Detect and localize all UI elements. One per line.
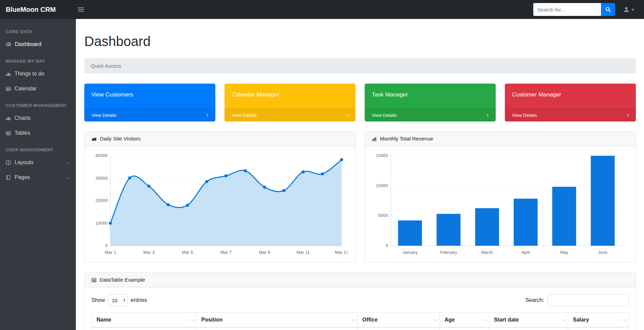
sidebar-item-label: Dashboard	[15, 41, 41, 47]
sidebar-item-label: Layouts	[15, 159, 34, 166]
sidebar-item-label: Pages	[15, 174, 30, 180]
quick-card-customer-manager: Customer Manager View Details ›	[505, 84, 636, 122]
sidebar-item-label: Tables	[15, 130, 30, 136]
svg-text:Mar 3: Mar 3	[143, 250, 154, 255]
search-button[interactable]	[601, 3, 615, 16]
entries-label: entries	[131, 297, 147, 303]
sidebar-item-tables[interactable]: Tables	[0, 126, 76, 140]
column-header-salary[interactable]: Salary↑↓	[568, 313, 628, 328]
sidebar-toggle-button[interactable]	[76, 5, 86, 14]
chevron-right-icon: ›	[347, 112, 348, 118]
search-input[interactable]	[533, 3, 601, 16]
sort-icon: ↑↓	[562, 317, 565, 323]
sidebar-item-calendar[interactable]: Calendar	[0, 81, 76, 96]
sidebar-item-charts[interactable]: Charts	[0, 111, 76, 126]
search-label: Search:	[525, 297, 544, 303]
breadcrumb-item: Quick Access	[91, 63, 121, 69]
column-header-position[interactable]: Position↑↓	[196, 313, 358, 328]
card-header: Monthly Total Revenue	[365, 132, 636, 146]
book-icon	[6, 175, 11, 180]
sidebar-item-things-to-do[interactable]: Things to do	[0, 66, 76, 81]
svg-text:5000: 5000	[378, 213, 388, 218]
svg-text:Mar 7: Mar 7	[220, 250, 232, 255]
datatable-body: Show 10 ▴▾ entries Search:	[85, 287, 636, 330]
svg-text:10000: 10000	[95, 221, 108, 226]
svg-text:0: 0	[105, 243, 108, 248]
svg-text:January: January	[403, 250, 418, 255]
charts-row: Daily Site Visitors 01000020000300004000…	[84, 131, 636, 262]
area-chart-icon	[91, 136, 97, 141]
quick-cards-row: View Customers View Details › Calendar M…	[84, 84, 636, 122]
brand-link[interactable]: BlueMoon CRM	[6, 6, 76, 14]
svg-text:10000: 10000	[376, 183, 388, 188]
search-icon	[605, 7, 611, 12]
bars-icon	[78, 7, 84, 12]
table-search-input[interactable]	[548, 294, 629, 306]
quick-card-title: Task Manager	[365, 84, 496, 108]
sidebar: CORE DATA Dashboard MANAGE MY DAY Things…	[0, 19, 76, 330]
page-length-select[interactable]: 10 ▴▾	[108, 294, 128, 306]
chevron-right-icon: ›	[627, 112, 629, 118]
column-header-name[interactable]: Name↑↓	[92, 313, 196, 328]
svg-text:June: June	[598, 250, 607, 255]
view-details-label: View Details	[91, 113, 116, 118]
sort-icon: ↑↓	[191, 317, 193, 323]
view-details-link[interactable]: View Details ›	[224, 108, 356, 122]
column-header-age[interactable]: Age↑↓	[439, 313, 489, 328]
sidebar-item-pages[interactable]: Pages ›	[0, 170, 76, 185]
sidebar-item-dashboard[interactable]: Dashboard	[0, 37, 76, 52]
sort-icon: ↑↓	[484, 317, 486, 323]
quick-card-view-customers: View Customers View Details ›	[84, 84, 215, 122]
sidebar-heading-customer-management: CUSTOMER MANAGEMENT	[0, 96, 76, 111]
sort-icon: ↑↓	[434, 317, 436, 323]
card-title: DataTable Example	[100, 277, 145, 283]
cell-age: 33	[439, 327, 489, 330]
table-row[interactable]: Airi Satou Accountant Tokyo 33 2008/11/2…	[92, 327, 629, 330]
sidebar-heading-user-management: USER MANAGEMENT	[0, 140, 76, 155]
column-header-office[interactable]: Office↑↓	[358, 313, 440, 328]
quick-card-title: Customer Manager	[505, 84, 636, 108]
select-stepper-icon: ▴▾	[124, 298, 125, 303]
main-content: Dashboard Quick Access View Customers Vi…	[76, 19, 644, 330]
quick-card-title: Calendar Manager	[224, 84, 356, 108]
quick-card-task-manager: Task Manager View Details ›	[365, 84, 496, 122]
user-icon	[623, 6, 629, 13]
table-icon	[91, 278, 96, 283]
svg-text:15000: 15000	[376, 153, 388, 158]
svg-text:Mar 11: Mar 11	[296, 250, 310, 255]
tachometer-icon	[6, 42, 11, 47]
svg-text:Mar 1: Mar 1	[105, 250, 116, 255]
sidebar-item-label: Things to do	[15, 71, 44, 77]
svg-text:0: 0	[386, 243, 388, 248]
chevron-right-icon: ›	[67, 175, 68, 180]
sort-icon: ↑↓	[623, 317, 625, 323]
bar-chart-icon	[6, 71, 11, 76]
view-details-label: View Details	[232, 113, 257, 118]
sidebar-item-layouts[interactable]: Layouts ›	[0, 155, 76, 170]
cell-name: Airi Satou	[92, 327, 196, 330]
cell-office: Tokyo	[358, 327, 440, 330]
cell-start-date: 2008/11/28	[489, 327, 568, 330]
sort-icon: ↑↓	[352, 317, 354, 323]
cell-position: Accountant	[196, 327, 358, 330]
svg-text:February: February	[440, 250, 457, 255]
column-header-start-date[interactable]: Start date↑↓	[489, 313, 568, 328]
datatable-controls: Show 10 ▴▾ entries Search:	[91, 294, 629, 306]
view-details-label: View Details	[512, 113, 537, 118]
svg-text:Mar 5: Mar 5	[182, 250, 193, 255]
user-menu-dropdown[interactable]: ▾	[623, 6, 634, 13]
sidebar-heading-manage-my-day: MANAGE MY DAY	[0, 52, 76, 66]
page-length-control: Show 10 ▴▾ entries	[91, 294, 147, 306]
view-details-link[interactable]: View Details ›	[365, 108, 496, 122]
bar-chart-icon	[6, 116, 11, 121]
chevron-right-icon: ›	[67, 160, 68, 166]
svg-text:20000: 20000	[95, 198, 108, 203]
view-details-link[interactable]: View Details ›	[84, 108, 215, 122]
view-details-link[interactable]: View Details ›	[505, 108, 636, 122]
monthly-total-revenue-chart: 050001000015000JanuaryFebruaryMarchApril…	[365, 146, 636, 262]
svg-text:Mar 9: Mar 9	[259, 250, 270, 255]
svg-text:40000: 40000	[95, 153, 108, 158]
card-title: Monthly Total Revenue	[380, 136, 433, 142]
sidebar-item-label: Calendar	[15, 86, 37, 92]
svg-text:30000: 30000	[95, 176, 108, 181]
